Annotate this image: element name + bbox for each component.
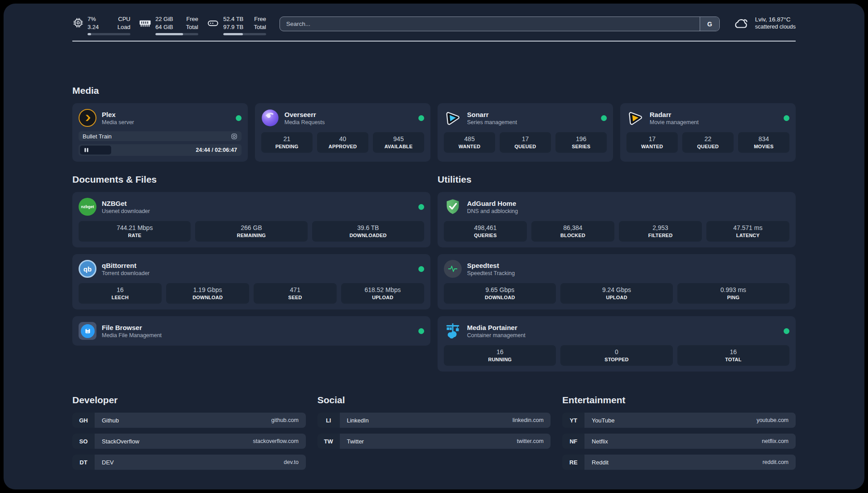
app-card-speedtest[interactable]: Speedtest Speedtest Tracking 9.65 Gbps D… — [438, 254, 796, 309]
stat-value: 485 — [446, 135, 493, 142]
stat-label: UPLOAD — [562, 295, 671, 300]
bookmark-dev[interactable]: DT DEV dev.to — [72, 455, 306, 470]
search-input[interactable] — [280, 17, 700, 31]
app-card-qbittorrent[interactable]: qb qBittorrent Torrent downloader 16 LEE… — [72, 254, 430, 309]
bookmark-url: youtube.com — [756, 417, 789, 423]
status-online-dot — [236, 115, 242, 121]
nzbget-icon: nzbget — [79, 198, 96, 216]
bookmark-abbr: YT — [562, 413, 584, 428]
stat-value: 22 — [684, 135, 732, 142]
bookmark-twitter[interactable]: TW Twitter twitter.com — [317, 434, 551, 449]
stat-value: 21 — [263, 135, 311, 142]
status-online-dot — [784, 115, 789, 121]
bookmark-netflix[interactable]: NF Netflix netflix.com — [562, 434, 796, 449]
stat-box: 0.993 ms PING — [677, 283, 789, 304]
stat-value: 9.65 Gbps — [446, 286, 554, 293]
playback-progress[interactable]: 24:44 / 02:06:47 — [79, 144, 242, 156]
bookmark-name: Github — [102, 417, 119, 424]
weather-widget[interactable]: Lviv, 16.87°C scattered clouds — [733, 16, 796, 30]
stat-box: 47.571 ms LATENCY — [706, 221, 789, 242]
bookmark-github[interactable]: GH Github github.com — [72, 413, 306, 428]
status-online-dot — [418, 204, 424, 210]
system-stats: 7% 3.24 CPU Load — [72, 15, 266, 35]
app-name: Media Portainer — [467, 324, 526, 331]
section-title-developer: Developer — [72, 395, 306, 405]
app-card-overseerr[interactable]: Overseerr Media Requests 21 PENDING 40 A… — [255, 103, 430, 162]
app-name: NZBGet — [102, 200, 150, 207]
stat-value: 86,384 — [533, 224, 613, 231]
pause-button[interactable] — [80, 146, 111, 155]
app-name: Plex — [102, 111, 134, 118]
stat-box: 471 SEED — [254, 283, 337, 304]
weather-location: Lviv, 16.87°C — [755, 16, 796, 23]
disk-total-label: Total — [254, 23, 266, 31]
bookmark-url: netflix.com — [762, 438, 789, 444]
top-bar: 7% 3.24 CPU Load — [72, 4, 796, 35]
stat-label: QUEUED — [684, 144, 732, 149]
app-desc: Media File Management — [102, 332, 162, 338]
app-card-nzbget[interactable]: nzbget NZBGet Usenet downloader 744.21 M… — [72, 192, 430, 247]
stat-label: LEECH — [80, 295, 160, 300]
stat-label: UPLOAD — [343, 295, 422, 300]
stat-value: 196 — [557, 135, 605, 142]
app-card-sonarr[interactable]: Sonarr Series management 485 WANTED 17 Q… — [438, 103, 613, 162]
stat-box: 16 RUNNING — [444, 345, 556, 366]
bookmark-name: YouTube — [592, 417, 614, 424]
bookmark-reddit[interactable]: RE Reddit reddit.com — [562, 455, 796, 470]
app-card-filebrowser[interactable]: File Browser Media File Management — [72, 316, 430, 346]
stat-label: AVAILABLE — [375, 144, 422, 149]
memory-total-value: 64 GiB — [155, 23, 173, 31]
middle-grid: Documents & Files nzbget NZBGet Usenet d… — [72, 174, 796, 372]
stat-label: FILTERED — [621, 233, 700, 238]
app-desc: Container management — [467, 332, 526, 338]
cpu-widget: 7% 3.24 CPU Load — [72, 15, 130, 35]
app-desc: Media server — [102, 119, 134, 125]
app-card-portainer[interactable]: Media Portainer Container management 16 … — [438, 316, 796, 372]
cpu-usage-value: 7% — [88, 15, 99, 23]
bookmark-name: Netflix — [592, 438, 608, 445]
bookmark-linkedin[interactable]: LI LinkedIn linkedin.com — [317, 413, 551, 428]
app-card-plex[interactable]: Plex Media server Bullet Train 24:44 / 0… — [72, 103, 248, 162]
disk-widget: 52.4 TB 97.9 TB Free Total — [206, 15, 266, 35]
app-desc: Usenet downloader — [102, 208, 150, 214]
stat-box: 22 QUEUED — [682, 132, 734, 153]
bookmark-abbr: GH — [72, 413, 95, 428]
stat-label: DOWNLOAD — [446, 295, 554, 300]
bookmark-youtube[interactable]: YT YouTube youtube.com — [562, 413, 796, 428]
bookmark-name: LinkedIn — [347, 417, 369, 424]
stat-label: QUEUED — [501, 144, 549, 149]
stat-value: 0 — [562, 348, 671, 355]
stat-value: 2,953 — [621, 224, 700, 231]
stat-box: 39.6 TB DOWNLOADED — [312, 221, 424, 242]
memory-free-value: 22 GiB — [155, 15, 173, 23]
disk-free-label: Free — [254, 15, 266, 23]
bookmark-url: stackoverflow.com — [253, 438, 299, 444]
memory-icon — [138, 17, 152, 29]
utilities-column: Utilities — [438, 174, 796, 372]
app-card-radarr[interactable]: Radarr Movie management 17 WANTED 22 QUE… — [620, 103, 796, 162]
stat-value: 0.993 ms — [679, 286, 788, 293]
app-card-adguard[interactable]: AdGuard Home DNS and adblocking 498,461 … — [438, 192, 796, 247]
search-engine-button[interactable]: G — [700, 17, 719, 31]
stat-value: 266 GB — [197, 224, 305, 231]
stat-value: 40 — [319, 135, 367, 142]
portainer-icon — [444, 322, 462, 340]
speedtest-icon — [444, 260, 462, 278]
stat-box: 40 APPROVED — [317, 132, 368, 153]
stat-label: LATENCY — [708, 233, 788, 238]
now-playing-title: Bullet Train — [83, 133, 112, 140]
stat-value: 16 — [679, 348, 788, 355]
gear-icon[interactable] — [231, 133, 238, 140]
stat-box: 618.52 Mbps UPLOAD — [341, 283, 424, 304]
stat-label: SEED — [255, 295, 335, 300]
bookmark-stackoverflow[interactable]: SO StackOverflow stackoverflow.com — [72, 434, 306, 449]
status-online-dot — [418, 115, 424, 121]
stat-box: 945 AVAILABLE — [373, 132, 424, 153]
search-bar[interactable]: G — [280, 17, 720, 31]
app-name: Overseerr — [284, 111, 325, 118]
app-desc: Series management — [467, 119, 517, 125]
memory-total-label: Total — [186, 23, 198, 31]
stat-label: DOWNLOADED — [314, 233, 422, 238]
app-desc: Media Requests — [284, 119, 325, 125]
stat-box: 16 TOTAL — [677, 345, 789, 366]
